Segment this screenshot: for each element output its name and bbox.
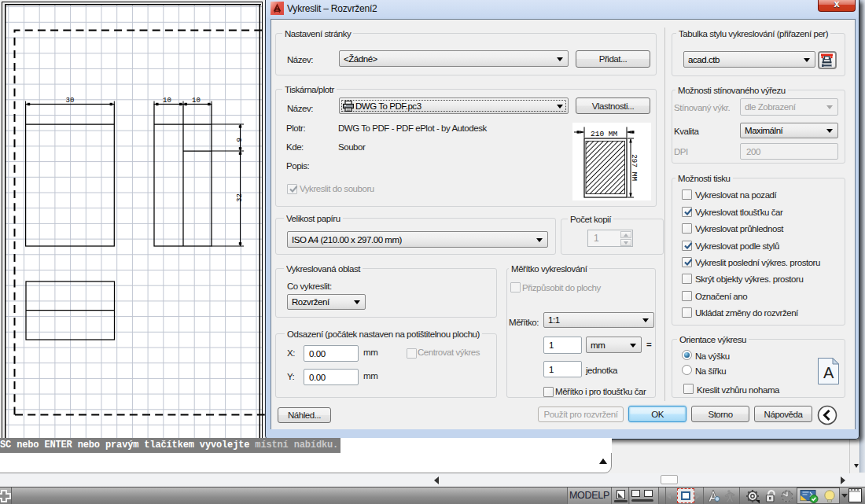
svg-text:32: 32 — [236, 193, 244, 202]
svg-text:10: 10 — [192, 97, 201, 105]
svg-text:A: A — [823, 364, 834, 381]
svg-text:210 MM: 210 MM — [591, 130, 618, 138]
svg-text:10: 10 — [163, 97, 171, 105]
svg-text:30: 30 — [66, 97, 75, 105]
svg-text:297 MM: 297 MM — [630, 154, 639, 182]
svg-text:9: 9 — [236, 138, 244, 142]
